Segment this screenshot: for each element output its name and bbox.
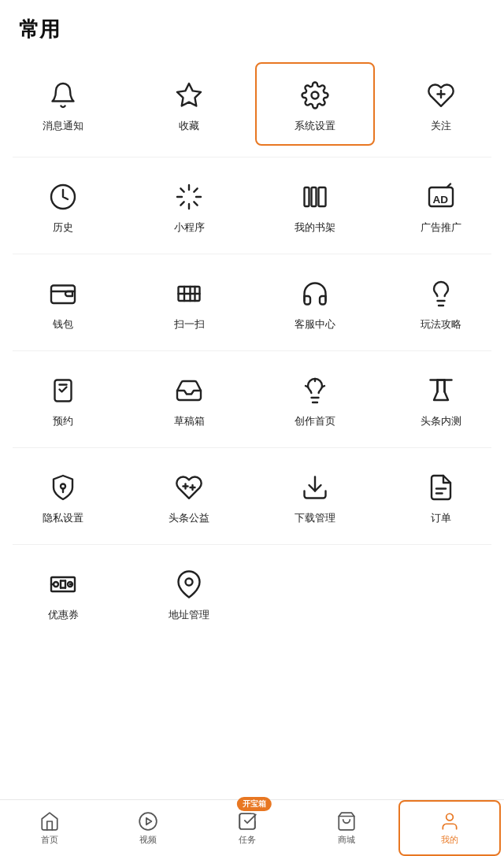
scan-icon — [172, 276, 206, 311]
grid-item-address[interactable]: 地址管理 — [126, 553, 252, 633]
ads-label: 广告推广 — [421, 220, 461, 235]
nav-item-home[interactable]: 首页 — [0, 800, 99, 856]
grid-item-guide[interactable]: 玩法攻略 — [378, 262, 504, 343]
scan-label: 扫一扫 — [174, 317, 205, 332]
grid-item-miniprogram[interactable]: 小程序 — [126, 165, 252, 246]
nav-item-mine[interactable]: 我的 — [398, 800, 501, 856]
svg-line-34 — [322, 386, 324, 387]
bookshelf-icon — [298, 180, 332, 214]
grid-item-charity[interactable]: 头条公益 — [126, 456, 252, 536]
grid-item-favorites[interactable]: 收藏 — [126, 59, 252, 149]
history-label: 历史 — [53, 220, 73, 235]
grid-item-follow[interactable]: 关注 — [378, 59, 504, 149]
shop-nav-label: 商城 — [338, 834, 355, 846]
lightbulb-icon — [298, 373, 332, 408]
miniprogram-label: 小程序 — [174, 220, 205, 235]
page-title: 常用 — [0, 0, 504, 51]
svg-rect-19 — [51, 286, 75, 304]
wallet-icon — [46, 276, 80, 311]
svg-rect-14 — [312, 187, 317, 206]
grid-item-empty-1 — [252, 553, 378, 633]
grid-item-ads[interactable]: AD 广告推广 — [378, 165, 504, 246]
heart-plus-icon — [424, 78, 458, 113]
document-icon — [424, 470, 458, 505]
clipboard-icon — [46, 373, 80, 408]
svg-point-54 — [186, 579, 193, 586]
location-icon — [172, 567, 206, 602]
privacy-label: 隐私设置 — [43, 511, 83, 525]
grid-item-settings[interactable]: 系统设置 — [255, 62, 375, 146]
grid-item-empty-2 — [378, 553, 504, 633]
grid-item-reservation[interactable]: 预约 — [0, 359, 126, 439]
svg-rect-57 — [239, 813, 255, 829]
gear-icon — [298, 78, 332, 113]
orders-label: 订单 — [431, 511, 451, 525]
svg-line-11 — [180, 202, 183, 205]
svg-point-1 — [312, 92, 319, 99]
task-icon — [236, 810, 258, 832]
svg-marker-0 — [177, 83, 201, 106]
customer-service-label: 客服中心 — [295, 317, 335, 332]
grid-item-notification[interactable]: 消息通知 — [0, 59, 126, 149]
reservation-label: 预约 — [53, 414, 73, 428]
svg-point-55 — [140, 813, 158, 830]
coupon-icon — [46, 567, 80, 602]
grid-row-3: 钱包 扫一扫 客服中心 — [0, 254, 504, 350]
svg-line-7 — [180, 188, 183, 191]
home-icon — [39, 810, 61, 832]
grid-row-1: 消息通知 收藏 系统设置 — [0, 51, 504, 157]
main-content: 常用 消息通知 收藏 — [0, 0, 504, 704]
bag-icon — [335, 810, 358, 832]
settings-label: 系统设置 — [295, 119, 335, 133]
svg-line-8 — [194, 202, 197, 205]
grid-item-download[interactable]: 下载管理 — [252, 456, 378, 536]
star-icon — [172, 78, 206, 113]
grid-item-privacy[interactable]: 隐私设置 — [0, 456, 126, 536]
play-icon — [137, 810, 159, 832]
creation-label: 创作首页 — [295, 414, 335, 428]
svg-marker-56 — [146, 818, 152, 825]
flask-icon — [424, 373, 458, 408]
grid-item-history[interactable]: 历史 — [0, 165, 126, 246]
bulb-icon — [424, 276, 458, 311]
svg-point-59 — [447, 813, 454, 821]
grid-item-bookshelf[interactable]: 我的书架 — [252, 165, 378, 246]
home-nav-label: 首页 — [41, 834, 58, 846]
svg-rect-15 — [319, 187, 326, 206]
draft-label: 草稿箱 — [174, 414, 205, 428]
grid-row-5: 隐私设置 头条公益 — [0, 448, 504, 544]
grid-item-orders[interactable]: 订单 — [378, 456, 504, 536]
grid-row-4: 预约 草稿箱 — [0, 351, 504, 447]
notification-label: 消息通知 — [43, 119, 83, 133]
guide-label: 玩法攻略 — [421, 317, 461, 332]
grid-item-draft[interactable]: 草稿箱 — [126, 359, 252, 439]
nav-item-task[interactable]: 开宝箱 任务 — [198, 800, 297, 856]
shield-icon — [46, 470, 80, 505]
address-label: 地址管理 — [169, 608, 209, 622]
grid-item-customer-service[interactable]: 客服中心 — [252, 262, 378, 343]
grid-item-beta[interactable]: 头条内测 — [378, 359, 504, 439]
grid-item-scan[interactable]: 扫一扫 — [126, 262, 252, 343]
follow-label: 关注 — [431, 119, 451, 133]
nav-item-shop[interactable]: 商城 — [297, 800, 396, 856]
headset-icon — [298, 276, 332, 311]
grid-item-wallet[interactable]: 钱包 — [0, 262, 126, 343]
download-label: 下载管理 — [295, 511, 335, 525]
svg-rect-13 — [305, 187, 309, 206]
task-nav-label: 任务 — [239, 834, 256, 846]
grid-item-creation[interactable]: 创作首页 — [252, 359, 378, 439]
bell-icon — [46, 78, 80, 113]
wallet-label: 钱包 — [53, 317, 73, 332]
svg-text:AD: AD — [433, 194, 449, 206]
bottom-navigation: 首页 视频 开宝箱 任务 — [0, 799, 504, 856]
svg-line-12 — [194, 188, 197, 191]
grid-item-coupon[interactable]: 优惠券 — [0, 553, 126, 633]
svg-point-50 — [54, 582, 58, 587]
grid-row-2: 历史 小程序 — [0, 157, 504, 254]
user-icon — [439, 810, 461, 832]
grid-row-6: 优惠券 地址管理 — [0, 545, 504, 641]
task-badge: 开宝箱 — [237, 797, 272, 811]
favorites-label: 收藏 — [179, 119, 199, 133]
nav-item-video[interactable]: 视频 — [99, 800, 198, 856]
coupon-label: 优惠券 — [48, 608, 79, 622]
